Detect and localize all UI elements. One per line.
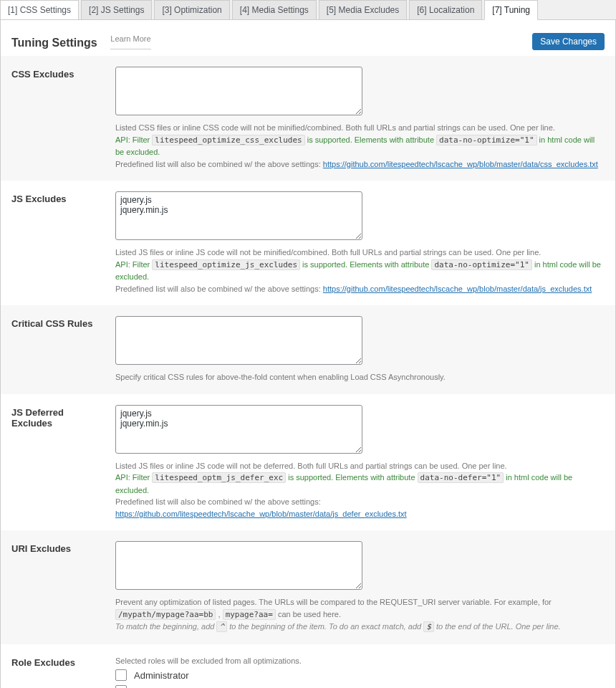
tab-media-excludes[interactable]: [5] Media Excludes (319, 0, 407, 19)
settings-tabs: [1] CSS Settings [2] JS Settings [3] Opt… (0, 0, 616, 20)
learn-more-link[interactable]: Learn More (110, 34, 150, 49)
tab-optimization[interactable]: [3] Optimization (154, 0, 229, 19)
label-js-excludes: JS Excludes (1, 181, 115, 305)
label-role-excludes: Role Excludes (1, 644, 115, 689)
save-button-top[interactable]: Save Changes (532, 33, 605, 50)
label-critical-css: Critical CSS Rules (1, 305, 115, 394)
checkbox-administrator[interactable] (115, 669, 127, 681)
desc-css-excludes: Listed CSS files or inline CSS code will… (115, 123, 555, 132)
textarea-css-excludes[interactable] (115, 67, 362, 115)
textarea-js-excludes[interactable] (115, 191, 362, 240)
tab-localization[interactable]: [6] Localization (409, 0, 482, 19)
tab-js-settings[interactable]: [2] JS Settings (81, 0, 152, 19)
checkbox-author[interactable] (115, 685, 127, 688)
tab-tuning[interactable]: [7] Tuning (484, 0, 538, 20)
textarea-uri-excludes[interactable] (115, 541, 362, 590)
tab-css-settings[interactable]: [1] CSS Settings (0, 0, 79, 19)
link-js-excludes-predefined[interactable]: https://github.com/litespeedtech/lscache… (323, 285, 592, 293)
role-excludes-list: Administrator Author Contributor Editor … (115, 669, 605, 688)
textarea-critical-css[interactable] (115, 316, 362, 365)
label-uri-excludes: URI Excludes (1, 530, 115, 644)
link-css-excludes-predefined[interactable]: https://github.com/litespeedtech/lscache… (323, 160, 598, 168)
page-title: Tuning Settings (11, 37, 97, 49)
label-css-excludes: CSS Excludes (1, 56, 115, 181)
desc-role-excludes: Selected roles will be excluded from all… (115, 656, 302, 665)
desc-js-deferred: Listed JS files or inline JS code will n… (115, 462, 507, 470)
link-js-deferred-predefined[interactable]: https://github.com/litespeedtech/lscache… (115, 510, 407, 518)
desc-critical-css: Specify critical CSS rules for above-the… (115, 373, 446, 381)
desc-js-excludes: Listed JS files or inline JS code will n… (115, 248, 541, 257)
label-js-deferred: JS Deferred Excludes (1, 394, 115, 531)
textarea-js-deferred[interactable] (115, 405, 362, 454)
tab-media-settings[interactable]: [4] Media Settings (232, 0, 317, 19)
